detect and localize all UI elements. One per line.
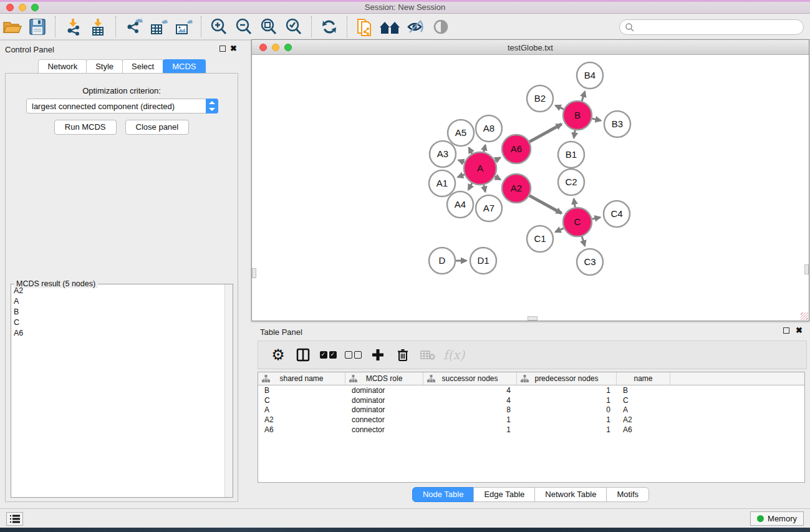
- result-item-A2[interactable]: A2: [11, 286, 224, 296]
- edge-B-B2[interactable]: [556, 105, 564, 109]
- export-table-button[interactable]: [147, 16, 170, 38]
- edge-A-A7[interactable]: [484, 185, 485, 191]
- show-all-button[interactable]: [430, 16, 452, 38]
- column-header-MCDS-role[interactable]: MCDS role: [345, 372, 423, 385]
- hide-selected-button[interactable]: [405, 16, 427, 38]
- table-row-C[interactable]: Cdominator41C: [258, 395, 804, 405]
- close-panel-button[interactable]: ✖: [230, 44, 237, 53]
- tab-mcds[interactable]: MCDS: [163, 59, 205, 74]
- graph-node-C[interactable]: C: [563, 208, 592, 236]
- graph-node-B3[interactable]: B3: [604, 111, 630, 137]
- edge-A-A6[interactable]: [495, 158, 501, 161]
- show-column-button[interactable]: [294, 344, 312, 365]
- export-network-button[interactable]: [122, 16, 145, 38]
- graph-node-C2[interactable]: C2: [558, 169, 584, 195]
- tab-motifs[interactable]: Motifs: [606, 487, 649, 502]
- search-input[interactable]: [635, 21, 803, 34]
- graph-node-A4[interactable]: A4: [447, 191, 473, 218]
- edge-A6-B[interactable]: [529, 124, 562, 142]
- graph-node-C4[interactable]: C4: [604, 201, 630, 227]
- graph-node-B[interactable]: B: [563, 101, 592, 130]
- zoom-selected-button[interactable]: [282, 16, 305, 38]
- result-item-A[interactable]: A: [11, 296, 224, 307]
- resize-grip-icon[interactable]: [801, 312, 808, 320]
- settings-gear-button[interactable]: ⚙: [269, 344, 287, 365]
- criterion-dropdown[interactable]: largest connected component (directed): [26, 99, 218, 114]
- zoom-in-button[interactable]: [208, 16, 230, 38]
- edge-A-A2[interactable]: [495, 177, 501, 180]
- network-canvas[interactable]: B4B2BB3A5A8A6A3B1AA1C2A2A4A7C4CC1DD1C3: [252, 56, 809, 321]
- table-close-button[interactable]: ✖: [796, 326, 803, 335]
- result-item-C[interactable]: C: [11, 317, 224, 328]
- table-row-A2[interactable]: A2connector11A2: [258, 415, 804, 425]
- close-panel-button-2[interactable]: Close panel: [125, 120, 190, 135]
- table-row-A[interactable]: Adominator80A: [258, 405, 804, 415]
- edge-C-C3[interactable]: [582, 236, 585, 246]
- tab-network[interactable]: Network: [38, 59, 87, 74]
- result-item-A6[interactable]: A6: [11, 328, 224, 339]
- graph-node-C1[interactable]: C1: [527, 226, 553, 252]
- open-session-button[interactable]: [1, 16, 24, 38]
- unselect-all-button[interactable]: [344, 344, 362, 365]
- graph-node-A1[interactable]: A1: [429, 170, 455, 196]
- task-history-button[interactable]: [6, 512, 23, 526]
- graph-node-D[interactable]: D: [429, 248, 455, 274]
- graph-node-B1[interactable]: B1: [558, 142, 584, 168]
- graph-node-A8[interactable]: A8: [476, 115, 502, 142]
- edge-A-A3[interactable]: [458, 160, 465, 163]
- graph-node-D1[interactable]: D1: [470, 248, 496, 274]
- right-scroll-handle[interactable]: [804, 264, 809, 274]
- edge-C-C4[interactable]: [592, 217, 600, 219]
- tab-edge-table[interactable]: Edge Table: [473, 487, 535, 502]
- graph-node-C3[interactable]: C3: [577, 249, 603, 275]
- delete-button[interactable]: [393, 344, 412, 365]
- import-network-button[interactable]: [62, 16, 84, 38]
- edge-A-A4[interactable]: [468, 183, 472, 190]
- left-scroll-handle[interactable]: [252, 268, 256, 278]
- select-all-button[interactable]: [319, 344, 337, 365]
- edge-A-A8[interactable]: [484, 145, 485, 152]
- edge-A-A1[interactable]: [458, 175, 465, 177]
- save-session-button[interactable]: [26, 16, 49, 38]
- bottom-scroll-handle[interactable]: [528, 316, 538, 321]
- edge-C-C1[interactable]: [556, 228, 564, 232]
- export-image-button[interactable]: [172, 16, 195, 38]
- result-scrollbar[interactable]: [224, 284, 233, 497]
- table-row-B[interactable]: Bdominator41B: [258, 385, 804, 395]
- graph-node-A6[interactable]: A6: [502, 135, 531, 163]
- edge-B-B3[interactable]: [592, 118, 600, 120]
- zoom-out-button[interactable]: [233, 16, 255, 38]
- search-field[interactable]: [619, 19, 804, 35]
- column-header-predecessor-nodes[interactable]: predecessor nodes: [517, 372, 617, 385]
- first-neighbors-button[interactable]: [378, 16, 402, 38]
- zoom-fit-button[interactable]: [258, 16, 280, 38]
- import-table-button[interactable]: [87, 16, 109, 38]
- tab-select[interactable]: Select: [122, 59, 163, 74]
- float-panel-button[interactable]: [219, 46, 226, 52]
- delete-table-button[interactable]: [418, 344, 437, 365]
- network-window-titlebar[interactable]: testGlobe.txt: [252, 40, 809, 55]
- clone-network-button[interactable]: [354, 16, 376, 38]
- memory-button[interactable]: Memory: [750, 511, 804, 526]
- edge-A-A5[interactable]: [469, 148, 472, 154]
- tab-style[interactable]: Style: [86, 59, 123, 74]
- edge-A2-C[interactable]: [529, 196, 562, 213]
- edge-C-C2[interactable]: [574, 199, 575, 208]
- table-row-A6[interactable]: A6connector11A6: [258, 425, 804, 435]
- column-header-shared-name[interactable]: shared name: [258, 372, 345, 385]
- graph-node-A3[interactable]: A3: [430, 141, 456, 167]
- graph-node-A5[interactable]: A5: [448, 120, 474, 146]
- graph-node-A2[interactable]: A2: [502, 174, 531, 203]
- tab-node-table[interactable]: Node Table: [412, 487, 475, 502]
- function-builder-button[interactable]: f(x): [443, 344, 465, 365]
- table-float-button[interactable]: [783, 327, 789, 334]
- tab-network-table[interactable]: Network Table: [534, 487, 607, 502]
- graph-node-A7[interactable]: A7: [476, 195, 502, 221]
- column-header-successor-nodes[interactable]: successor nodes: [423, 372, 517, 385]
- apply-layout-button[interactable]: [318, 16, 340, 38]
- graph-node-B4[interactable]: B4: [577, 62, 603, 89]
- edge-B-B4[interactable]: [582, 92, 585, 101]
- run-mcds-button[interactable]: Run MCDS: [54, 120, 117, 135]
- column-header-name[interactable]: name: [617, 372, 670, 385]
- graph-node-B2[interactable]: B2: [527, 85, 553, 112]
